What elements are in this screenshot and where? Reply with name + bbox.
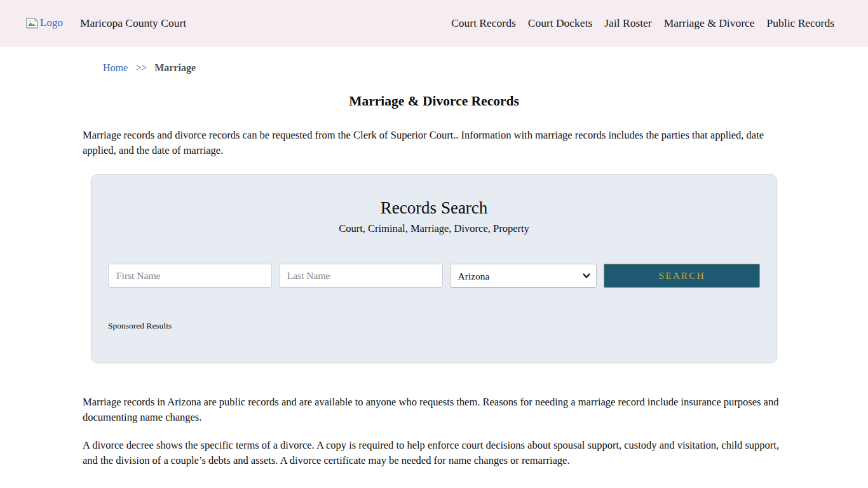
first-name-input[interactable]: [108, 264, 272, 288]
nav-item-court-records[interactable]: Court Records: [451, 17, 516, 30]
records-search-subtitle: Court, Criminal, Marriage, Divorce, Prop…: [108, 222, 760, 235]
content-container: Home >> Marriage Marriage & Divorce Reco…: [83, 62, 785, 468]
breadcrumb-current: Marriage: [154, 62, 196, 73]
state-select[interactable]: Arizona: [450, 264, 597, 288]
nav-item-public-records[interactable]: Public Records: [767, 17, 834, 30]
site-header: Logo Maricopa County Court Court Records…: [0, 0, 868, 46]
sponsored-results-label: Sponsored Results: [108, 321, 760, 331]
breadcrumb-separator: >>: [136, 62, 146, 73]
records-search-panel: Records Search Court, Criminal, Marriage…: [91, 174, 777, 363]
records-search-title: Records Search: [108, 198, 760, 218]
logo-link[interactable]: Logo: [25, 17, 63, 29]
state-select-wrap: Arizona: [450, 264, 597, 288]
site-title: Maricopa County Court: [80, 17, 186, 30]
nav-item-court-dockets[interactable]: Court Dockets: [528, 17, 593, 30]
breadcrumb-home-link[interactable]: Home: [103, 62, 128, 73]
body-paragraph-divorce: A divorce decree shows the specific term…: [83, 438, 785, 468]
brand: Logo Maricopa County Court: [25, 17, 186, 30]
main-nav: Court Records Court Dockets Jail Roster …: [451, 17, 834, 30]
intro-paragraph: Marriage records and divorce records can…: [83, 128, 785, 158]
body-paragraph-marriage: Marriage records in Arizona are public r…: [83, 395, 785, 425]
nav-item-marriage-divorce[interactable]: Marriage & Divorce: [664, 17, 755, 30]
last-name-input[interactable]: [279, 264, 443, 288]
logo-alt-text: Logo: [40, 17, 63, 29]
page-title: Marriage & Divorce Records: [83, 93, 785, 109]
search-button[interactable]: SEARCH: [604, 264, 760, 288]
broken-image-icon: [25, 17, 39, 29]
nav-item-jail-roster[interactable]: Jail Roster: [604, 17, 651, 30]
search-form-row: Arizona SEARCH: [108, 264, 760, 288]
breadcrumb: Home >> Marriage: [83, 62, 785, 74]
